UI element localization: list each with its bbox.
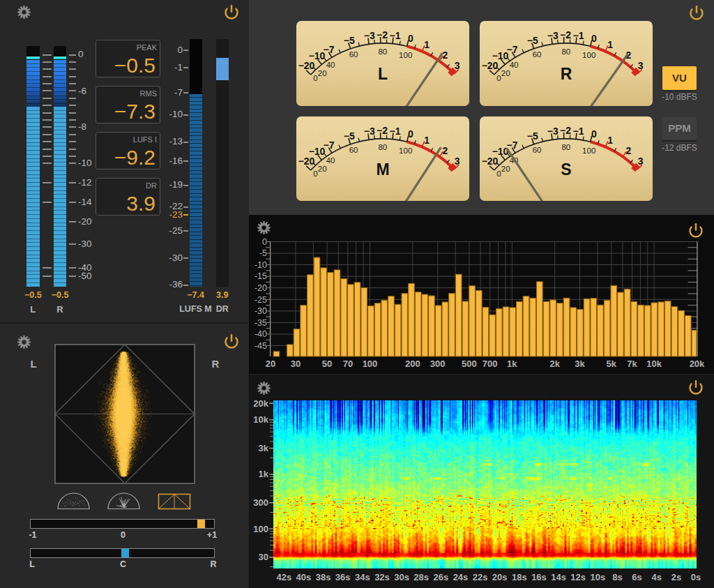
svg-text:S: S xyxy=(561,160,571,179)
svg-text:26s: 26s xyxy=(433,572,448,582)
svg-text:200: 200 xyxy=(405,359,420,369)
svg-text:32s: 32s xyxy=(374,572,390,582)
svg-text:60: 60 xyxy=(533,145,542,153)
svg-text:22s: 22s xyxy=(473,572,488,582)
svg-text:60: 60 xyxy=(349,145,358,153)
svg-text:5k: 5k xyxy=(607,359,617,369)
svg-text:L: L xyxy=(378,65,388,83)
svg-text:6s: 6s xyxy=(632,572,641,582)
svg-text:80: 80 xyxy=(378,143,387,151)
svg-text:30s: 30s xyxy=(394,572,409,582)
svg-text:10k: 10k xyxy=(253,414,268,425)
svg-text:300: 300 xyxy=(253,497,268,508)
svg-text:-45: -45 xyxy=(255,341,267,351)
svg-text:80: 80 xyxy=(561,143,570,151)
svg-text:3: 3 xyxy=(638,155,644,166)
svg-text:1k: 1k xyxy=(507,359,517,369)
svg-text:20s: 20s xyxy=(492,572,508,582)
svg-text:0: 0 xyxy=(408,128,413,139)
svg-text:50: 50 xyxy=(322,359,332,369)
svg-text:−5: −5 xyxy=(344,35,355,46)
svg-text:0: 0 xyxy=(262,237,267,247)
svg-text:16s: 16s xyxy=(531,572,547,582)
svg-text:3k: 3k xyxy=(259,443,269,453)
svg-text:2s: 2s xyxy=(671,572,681,582)
svg-text:100: 100 xyxy=(582,146,595,154)
svg-text:0: 0 xyxy=(313,169,317,177)
svg-text:0s: 0s xyxy=(691,572,701,582)
svg-text:2: 2 xyxy=(625,145,631,156)
svg-text:20: 20 xyxy=(501,165,510,173)
svg-text:20: 20 xyxy=(318,165,327,173)
svg-text:300: 300 xyxy=(430,359,446,369)
svg-text:-25: -25 xyxy=(255,295,267,305)
svg-text:−1: −1 xyxy=(573,30,584,41)
svg-text:-15: -15 xyxy=(255,271,267,281)
svg-text:20: 20 xyxy=(318,69,327,77)
svg-text:38s: 38s xyxy=(316,572,331,582)
svg-text:36s: 36s xyxy=(335,572,351,582)
svg-text:−1: −1 xyxy=(573,126,584,137)
svg-text:1: 1 xyxy=(424,135,430,146)
svg-text:40s: 40s xyxy=(296,572,312,582)
svg-text:0: 0 xyxy=(408,33,413,44)
svg-text:−3: −3 xyxy=(364,30,375,41)
svg-text:−3: −3 xyxy=(547,126,559,137)
svg-text:30: 30 xyxy=(259,552,268,562)
svg-text:0: 0 xyxy=(496,169,501,177)
svg-text:−3: −3 xyxy=(547,30,559,41)
svg-text:−3: −3 xyxy=(364,126,375,137)
svg-text:60: 60 xyxy=(533,50,542,59)
svg-text:-5: -5 xyxy=(259,248,267,258)
svg-text:R: R xyxy=(561,65,572,83)
svg-text:700: 700 xyxy=(483,359,498,369)
svg-text:1k: 1k xyxy=(259,469,269,479)
svg-text:2k: 2k xyxy=(549,359,560,369)
svg-text:−1: −1 xyxy=(390,126,401,137)
svg-text:M: M xyxy=(376,160,389,179)
svg-text:3: 3 xyxy=(455,60,460,71)
svg-text:14s: 14s xyxy=(551,572,566,582)
svg-text:7k: 7k xyxy=(627,359,637,369)
svg-text:20k: 20k xyxy=(253,398,268,409)
svg-text:−2: −2 xyxy=(560,125,571,136)
svg-text:30: 30 xyxy=(291,359,301,369)
svg-text:20k: 20k xyxy=(690,359,705,369)
svg-text:10s: 10s xyxy=(591,572,606,582)
svg-text:500: 500 xyxy=(462,359,477,369)
svg-text:0: 0 xyxy=(591,128,597,139)
svg-text:3: 3 xyxy=(638,60,644,71)
svg-text:40: 40 xyxy=(510,61,519,69)
svg-text:24s: 24s xyxy=(453,572,469,582)
svg-text:100: 100 xyxy=(253,524,268,534)
svg-text:4s: 4s xyxy=(652,572,662,582)
svg-text:−7: −7 xyxy=(324,140,335,151)
svg-text:8s: 8s xyxy=(612,572,622,582)
svg-text:1: 1 xyxy=(424,39,430,50)
svg-text:3: 3 xyxy=(455,155,460,166)
svg-text:40: 40 xyxy=(326,156,335,164)
svg-text:−2: −2 xyxy=(377,29,388,40)
svg-text:3k: 3k xyxy=(575,359,585,369)
svg-text:-35: -35 xyxy=(255,318,267,328)
svg-text:42s: 42s xyxy=(276,572,291,582)
svg-text:20: 20 xyxy=(266,359,275,369)
svg-text:2: 2 xyxy=(442,145,448,156)
svg-text:10k: 10k xyxy=(646,359,662,369)
svg-text:−5: −5 xyxy=(527,130,538,141)
svg-text:0: 0 xyxy=(313,74,317,82)
svg-text:−5: −5 xyxy=(527,35,538,46)
svg-text:-10: -10 xyxy=(255,260,267,270)
svg-text:40: 40 xyxy=(326,61,335,69)
svg-text:28s: 28s xyxy=(413,572,429,582)
svg-text:2: 2 xyxy=(442,50,448,61)
svg-text:1: 1 xyxy=(607,135,613,146)
svg-text:100: 100 xyxy=(582,51,595,59)
svg-text:20: 20 xyxy=(501,69,510,77)
svg-text:−1: −1 xyxy=(390,30,401,41)
svg-text:−5: −5 xyxy=(344,130,355,141)
svg-text:80: 80 xyxy=(561,47,570,56)
svg-text:100: 100 xyxy=(399,146,412,154)
svg-text:0: 0 xyxy=(496,74,501,82)
svg-text:60: 60 xyxy=(349,50,358,59)
